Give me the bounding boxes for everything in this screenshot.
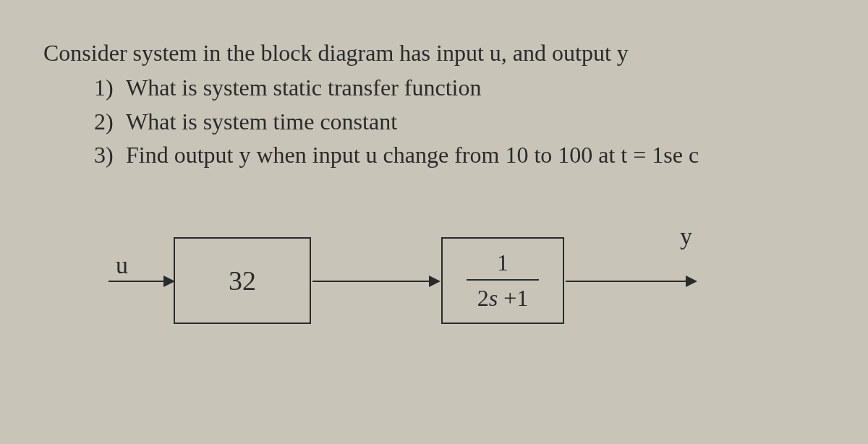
question-num: 1) <box>94 71 126 104</box>
arrow-middle <box>312 281 439 282</box>
problem-statement: Consider system in the block diagram has… <box>43 36 825 69</box>
question-num: 2) <box>94 105 126 138</box>
question-list: 1)What is system static transfer functio… <box>43 71 825 171</box>
arrow-input <box>109 281 174 282</box>
input-label: u <box>116 252 128 279</box>
fraction-numerator: 1 <box>497 249 509 279</box>
gain-block: 32 <box>174 237 311 324</box>
question-text: What is system static transfer function <box>126 74 481 101</box>
block-diagram: u 32 1 2s +1 y <box>109 237 825 382</box>
question-text: What is system time constant <box>126 108 397 135</box>
question-num: 3) <box>94 138 126 171</box>
fraction-denominator: 2s +1 <box>477 281 529 312</box>
question-text: Find output y when input u change from 1… <box>126 142 699 168</box>
gain-value: 32 <box>229 265 256 296</box>
question-1: 1)What is system static transfer functio… <box>94 71 825 104</box>
output-label: y <box>680 223 692 250</box>
transfer-function-block: 1 2s +1 <box>441 237 564 324</box>
question-3: 3)Find output y when input u change from… <box>94 138 825 171</box>
arrow-output <box>566 281 696 282</box>
question-2: 2)What is system time constant <box>94 105 825 138</box>
